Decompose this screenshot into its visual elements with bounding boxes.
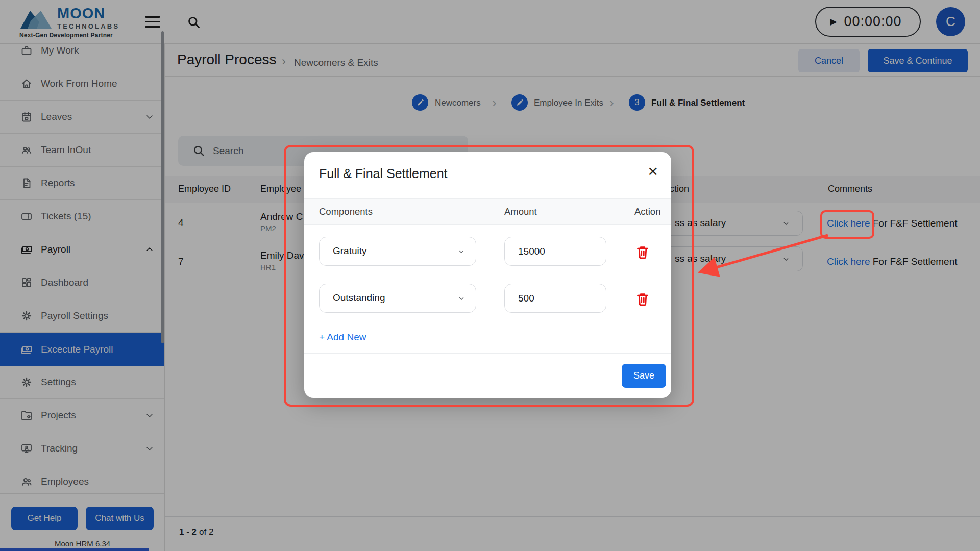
amount-input[interactable] (504, 284, 606, 313)
delete-row-icon[interactable] (635, 291, 650, 307)
close-icon[interactable]: × (648, 162, 658, 180)
modal-footer-divider (304, 353, 671, 354)
modal-column-action: Action (634, 206, 660, 217)
modal-row-divider (304, 323, 671, 323)
delete-row-icon[interactable] (635, 244, 650, 260)
amount-input[interactable] (504, 237, 606, 266)
component-select[interactable]: Outstanding (319, 284, 476, 313)
app-window: MOON TECHNOLABS Next-Gen Development Par… (0, 0, 980, 551)
modal-row-divider (304, 276, 671, 276)
modal-title: Full & Final Settlement (319, 166, 448, 181)
add-new-link[interactable]: + Add New (319, 332, 366, 343)
full-final-settlement-modal: Full & Final Settlement × Components Amo… (304, 152, 671, 398)
component-select[interactable]: Gratuity (319, 237, 476, 266)
component-select-value: Gratuity (333, 245, 367, 257)
component-select-value: Outstanding (333, 292, 385, 304)
chevron-down-icon (457, 247, 465, 256)
modal-column-amount: Amount (504, 206, 537, 217)
chevron-down-icon (457, 294, 465, 303)
save-button[interactable]: Save (622, 364, 666, 388)
modal-column-components: Components (319, 206, 373, 217)
